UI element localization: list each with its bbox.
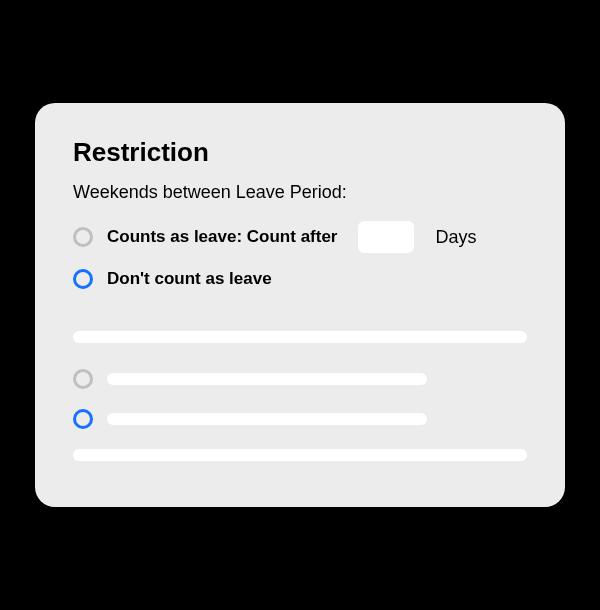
skeleton-radio-1[interactable] [73,369,93,389]
skeleton-placeholder-line [107,373,427,385]
option-dont-count-label: Don't count as leave [107,269,272,289]
skeleton-radio-2[interactable] [73,409,93,429]
restriction-card: Restriction Weekends between Leave Perio… [35,103,565,507]
skeleton-option-row-2 [73,409,527,429]
skeleton-option-row-1 [73,369,527,389]
option-counts-as-leave[interactable]: Counts as leave: Count after Days [73,221,527,253]
restriction-title: Restriction [73,137,527,168]
days-suffix: Days [436,227,477,248]
skeleton-placeholder-line [107,413,427,425]
skeleton-placeholder-bar [73,331,527,343]
days-input[interactable] [358,221,414,253]
restriction-subtitle: Weekends between Leave Period: [73,182,527,203]
option-counts-as-leave-label: Counts as leave: Count after [107,227,338,247]
skeleton-placeholder-bar-bottom [73,449,527,461]
radio-dont-count[interactable] [73,269,93,289]
option-dont-count[interactable]: Don't count as leave [73,269,527,289]
radio-counts-as-leave[interactable] [73,227,93,247]
